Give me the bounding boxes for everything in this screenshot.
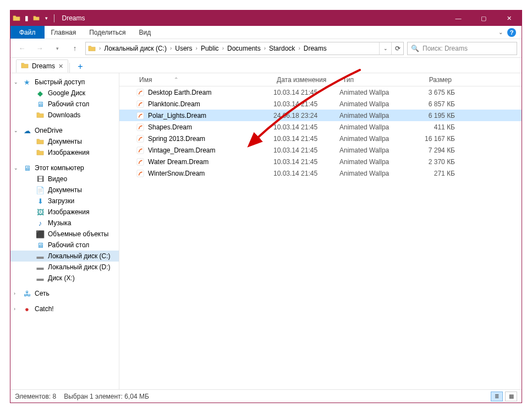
- nav-forward-button[interactable]: →: [32, 41, 47, 56]
- close-button[interactable]: ✕: [496, 10, 522, 26]
- tree-item-label: Документы: [48, 186, 82, 194]
- file-row[interactable]: Shapes.Dream10.03.14 21:45Animated Wallp…: [119, 121, 522, 133]
- svg-rect-3: [137, 123, 144, 130]
- tree-item[interactable]: ⬛Объемные объекты: [10, 229, 119, 240]
- col-type[interactable]: Тип: [339, 76, 411, 84]
- tree-item[interactable]: ◆Google Диск: [10, 88, 119, 99]
- tree-item[interactable]: 🖼Изображения: [10, 206, 119, 218]
- tree-item-label: OneDrive: [35, 127, 63, 134]
- nav-recent-dropdown[interactable]: ▾: [50, 41, 64, 56]
- file-type: Animated Wallpa: [339, 112, 411, 119]
- tree-item-icon: ☁: [23, 126, 31, 135]
- nav-up-button[interactable]: ↑: [68, 41, 82, 56]
- file-tab[interactable]: Файл: [10, 26, 45, 39]
- file-row[interactable]: Water Dream.Dream10.03.14 21:45Animated …: [119, 156, 522, 167]
- tree-item[interactable]: Документы: [10, 136, 119, 147]
- status-bar: Элементов: 8 Выбран 1 элемент: 6,04 МБ ≣…: [10, 389, 522, 403]
- navigation-tree[interactable]: ⌄★Быстрый доступ◆Google Диск🖥Рабочий сто…: [10, 73, 119, 389]
- tree-item-label: Изображения: [48, 208, 89, 216]
- maximize-button[interactable]: ▢: [471, 10, 496, 26]
- breadcrumb-seg[interactable]: Documents: [225, 42, 263, 55]
- tree-network[interactable]: ›🖧Сеть: [10, 288, 119, 299]
- minimize-button[interactable]: —: [446, 10, 471, 26]
- file-size: 6 195 КБ: [411, 112, 455, 119]
- file-name: WinterSnow.Dream: [148, 170, 205, 177]
- tree-item-label: Загрузки: [48, 197, 74, 205]
- close-tab-icon[interactable]: ✕: [58, 63, 63, 70]
- breadcrumb-seg[interactable]: Public: [199, 42, 221, 55]
- col-date[interactable]: Дата изменения: [273, 76, 339, 84]
- breadcrumb-seg[interactable]: Локальный диск (C:): [102, 42, 169, 55]
- tree-item[interactable]: Изображения: [10, 147, 119, 158]
- tree-item[interactable]: 🖥Рабочий стол: [10, 240, 119, 251]
- tree-item-icon: 🎞: [36, 175, 45, 183]
- file-row[interactable]: Vintage_Dream.Dream10.03.14 21:45Animate…: [119, 144, 522, 156]
- view-icons-button[interactable]: ▦: [505, 392, 517, 401]
- breadcrumb-seg[interactable]: Users: [173, 42, 194, 55]
- tree-item-icon: ◆: [36, 89, 45, 97]
- file-type: Animated Wallpa: [339, 135, 411, 143]
- tree-item-icon: [36, 111, 45, 119]
- qat-dropdown-icon[interactable]: ▾: [42, 14, 50, 22]
- search-input[interactable]: 🔍 Поиск: Dreams: [407, 42, 517, 55]
- view-details-button[interactable]: ≣: [491, 392, 503, 401]
- file-size: 7 294 КБ: [411, 146, 455, 154]
- ribbon-tab-share[interactable]: Поделиться: [83, 26, 132, 39]
- file-name: Polar_Lights.Dream: [148, 112, 206, 119]
- tree-this-pc[interactable]: ⌄🖥Этот компьютер: [10, 162, 119, 173]
- tree-item-label: Изображения: [48, 149, 89, 156]
- addr-dropdown-icon[interactable]: ⌄: [379, 42, 391, 55]
- svg-rect-7: [137, 170, 144, 176]
- file-name: Vintage_Dream.Dream: [148, 146, 216, 154]
- file-row[interactable]: Polar_Lights.Dream24.06.18 23:24Animated…: [119, 110, 522, 121]
- qat-newfolder-icon[interactable]: [32, 14, 40, 22]
- qat-properties-icon[interactable]: ▮: [23, 14, 30, 22]
- file-name: Spring 2013.Dream: [148, 135, 205, 143]
- file-size: 271 КБ: [411, 170, 455, 177]
- tree-catch[interactable]: ›●Catch!: [10, 303, 119, 314]
- column-headers[interactable]: Имя⌃ Дата изменения Тип Размер: [119, 73, 522, 86]
- ribbon-tab-home[interactable]: Главная: [45, 26, 83, 39]
- folder-tab-active[interactable]: Dreams ✕: [16, 59, 68, 73]
- tree-item[interactable]: ▬Диск (X:): [10, 273, 119, 284]
- file-size: 3 675 КБ: [411, 89, 455, 96]
- add-tab-button[interactable]: +: [74, 61, 86, 73]
- dream-file-icon: [136, 111, 145, 120]
- tree-item-label: Рабочий стол: [48, 100, 89, 108]
- file-row[interactable]: WinterSnow.Dream10.03.14 21:45Animated W…: [119, 167, 522, 179]
- tree-item-icon: ★: [23, 78, 31, 86]
- tree-item-icon: 🖥: [36, 241, 45, 249]
- tree-onedrive[interactable]: ⌄☁OneDrive: [10, 125, 119, 136]
- file-row[interactable]: Spring 2013.Dream10.03.14 21:45Animated …: [119, 133, 522, 144]
- ribbon-tab-view[interactable]: Вид: [132, 26, 157, 39]
- col-size[interactable]: Размер: [411, 76, 455, 84]
- tree-item[interactable]: 🖥Рабочий стол: [10, 99, 119, 110]
- breadcrumb-seg[interactable]: Stardock: [267, 42, 297, 55]
- tree-item[interactable]: ♪Музыка: [10, 218, 119, 229]
- tree-item[interactable]: ⬇Загрузки: [10, 195, 119, 206]
- tree-quick-access[interactable]: ⌄★Быстрый доступ: [10, 77, 119, 88]
- refresh-button[interactable]: ⟳: [391, 42, 403, 55]
- address-bar[interactable]: › Локальный диск (C:)› Users› Public› Do…: [85, 42, 404, 55]
- tree-item[interactable]: ▬Локальный диск (D:): [10, 262, 119, 273]
- help-icon[interactable]: ?: [507, 28, 516, 37]
- file-row[interactable]: Planktonic.Dream10.03.14 21:45Animated W…: [119, 98, 522, 110]
- file-size: 411 КБ: [411, 123, 455, 131]
- ribbon-tabs: Файл Главная Поделиться Вид ⌄ ?: [10, 26, 522, 39]
- tree-item[interactable]: Downloads: [10, 110, 119, 121]
- tree-item-label: Локальный диск (C:): [48, 252, 111, 260]
- file-row[interactable]: Desktop Earth.Dream10.03.14 21:45Animate…: [119, 86, 522, 98]
- tree-item[interactable]: 📄Документы: [10, 184, 119, 195]
- search-placeholder: Поиск: Dreams: [423, 45, 468, 52]
- dream-file-icon: [136, 88, 145, 97]
- svg-rect-1: [137, 100, 144, 107]
- breadcrumb-seg[interactable]: Dreams: [301, 42, 329, 55]
- nav-back-button[interactable]: ←: [15, 41, 29, 56]
- dream-file-icon: [136, 157, 145, 166]
- ribbon-expand-icon[interactable]: ⌄: [498, 29, 503, 35]
- file-size: 2 370 КБ: [411, 158, 455, 166]
- tree-item[interactable]: 🎞Видео: [10, 173, 119, 184]
- tree-item[interactable]: ▬Локальный диск (C:): [10, 251, 119, 262]
- title-bar[interactable]: ▮ ▾ │ Dreams — ▢ ✕: [10, 10, 522, 26]
- tree-item-icon: ▬: [36, 252, 45, 260]
